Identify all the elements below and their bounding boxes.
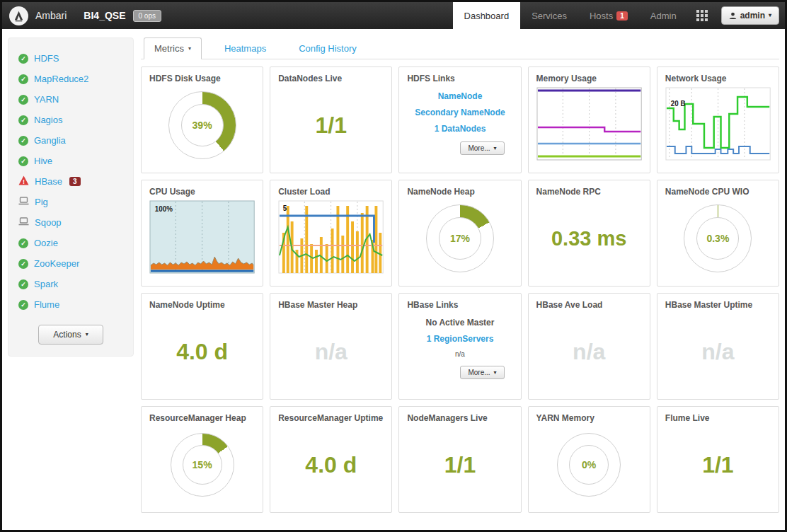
chevron-down-icon: ▾ bbox=[769, 13, 771, 18]
widget-grid: HDFS Disk Usage 39% DataNodes Live 1/1 H… bbox=[141, 66, 779, 513]
sidebar-item-label: Nagios bbox=[34, 115, 62, 125]
memory-usage-chart[interactable] bbox=[536, 87, 642, 161]
widget-hbase-master-heap: HBase Master Heap n/a bbox=[270, 293, 392, 400]
hdfs-more-button[interactable]: More... ▾ bbox=[460, 141, 504, 155]
nav-tab-hosts[interactable]: Hosts 1 bbox=[578, 2, 639, 29]
regionservers-link[interactable]: 1 RegionServers bbox=[427, 334, 494, 344]
widget-cpu-usage: CPU Usage 100% bbox=[141, 180, 263, 287]
sidebar-item-sqoop[interactable]: Sqoop bbox=[8, 212, 133, 233]
widget-title: NodeManagers Live bbox=[407, 413, 512, 424]
widget-yarn-memory: YARN Memory 0% bbox=[528, 406, 650, 513]
widget-title: CPU Usage bbox=[149, 187, 255, 197]
status-ok-icon: ✓ bbox=[18, 136, 28, 146]
brand-name: Ambari bbox=[35, 10, 67, 21]
widget-title: ResourceManager Uptime bbox=[278, 413, 384, 424]
secondary-namenode-link[interactable]: Secondary NameNode bbox=[415, 108, 505, 117]
nav-tab-admin[interactable]: Admin bbox=[639, 2, 688, 29]
status-ok-icon: ✓ bbox=[18, 54, 28, 64]
widget-title: NameNode RPC bbox=[536, 187, 642, 197]
widget-hdfs-links: HDFS Links NameNode Secondary NameNode 1… bbox=[398, 66, 521, 173]
app-window: Ambari BI4_QSE 0 ops Dashboard Services … bbox=[0, 0, 787, 532]
cluster-name: BI4_QSE bbox=[84, 10, 125, 21]
network-usage-axis-label: 20 B bbox=[671, 100, 686, 108]
nodemanagers-live-value: 1/1 bbox=[444, 452, 476, 478]
user-menu-label: admin bbox=[740, 11, 765, 21]
sidebar-item-hdfs[interactable]: ✓ HDFS bbox=[8, 48, 133, 69]
widget-datanodes-live: DataNodes Live 1/1 bbox=[270, 66, 392, 173]
status-ok-icon: ✓ bbox=[18, 95, 28, 105]
widget-namenode-rpc: NameNode RPC 0.33 ms bbox=[528, 180, 650, 287]
chevron-down-icon: ▾ bbox=[188, 46, 191, 52]
widget-title: Memory Usage bbox=[536, 74, 642, 84]
sidebar-item-pig[interactable]: Pig bbox=[8, 192, 133, 212]
svg-text:!: ! bbox=[23, 178, 25, 185]
widget-flume-live: Flume Live 1/1 bbox=[657, 406, 779, 513]
widget-namenode-cpu-wio: NameNode CPU WIO 0.3% bbox=[657, 180, 779, 287]
hbase-links-na-text: n/a bbox=[455, 350, 465, 358]
sidebar-item-oozie[interactable]: ✓ Oozie bbox=[8, 233, 133, 253]
widget-title: HBase Links bbox=[407, 300, 512, 311]
flume-live-value: 1/1 bbox=[702, 452, 733, 478]
nav-tab-hosts-label: Hosts bbox=[590, 11, 613, 21]
sidebar-item-ganglia[interactable]: ✓ Ganglia bbox=[8, 130, 133, 151]
namenode-uptime-value: 4.0 d bbox=[176, 339, 228, 365]
user-menu-button[interactable]: admin ▾ bbox=[721, 6, 779, 25]
actions-button-label: Actions bbox=[53, 330, 81, 340]
sidebar-item-spark[interactable]: ✓ Spark bbox=[8, 274, 133, 294]
background-operations-badge[interactable]: 0 ops bbox=[133, 10, 161, 22]
hbase-more-button[interactable]: More... ▾ bbox=[460, 366, 504, 379]
cluster-load-axis-label: 5 bbox=[283, 204, 287, 212]
sidebar-item-zookeeper[interactable]: ✓ ZooKeeper bbox=[8, 253, 133, 274]
sidebar-item-yarn[interactable]: ✓ YARN bbox=[8, 89, 133, 110]
widget-title: HDFS Links bbox=[407, 74, 512, 84]
tab-metrics[interactable]: Metrics ▾ bbox=[144, 37, 202, 59]
client-laptop-icon bbox=[18, 217, 29, 228]
nav-tab-services[interactable]: Services bbox=[520, 2, 578, 29]
tab-heatmaps[interactable]: Heatmaps bbox=[214, 38, 276, 59]
services-sidebar: ✓ HDFS ✓ MapReduce2 ✓ YARN ✓ Nagios ✓ Ga… bbox=[8, 37, 134, 357]
resourcemanager-uptime-value: 4.0 d bbox=[305, 452, 357, 478]
sidebar-item-label: HDFS bbox=[34, 53, 59, 64]
widget-hbase-ave-load: HBase Ave Load n/a bbox=[528, 293, 650, 400]
sidebar-item-flume[interactable]: ✓ Flume bbox=[8, 294, 133, 315]
widget-memory-usage: Memory Usage bbox=[528, 66, 650, 173]
hbase-master-heap-value: n/a bbox=[315, 339, 347, 365]
views-grid-icon[interactable] bbox=[688, 2, 717, 29]
sidebar-item-nagios[interactable]: ✓ Nagios bbox=[8, 110, 133, 130]
sidebar-item-label: Ganglia bbox=[34, 135, 66, 146]
no-active-master-text: No Active Master bbox=[426, 318, 495, 328]
tab-config-history[interactable]: Config History bbox=[289, 38, 367, 59]
widget-resourcemanager-heap: ResourceManager Heap 15% bbox=[141, 406, 263, 513]
status-ok-icon: ✓ bbox=[18, 74, 28, 84]
widget-network-usage: Network Usage 20 B bbox=[657, 66, 779, 173]
status-ok-icon: ✓ bbox=[18, 238, 28, 248]
namenode-link[interactable]: NameNode bbox=[438, 91, 483, 101]
sidebar-item-label: Pig bbox=[35, 197, 48, 207]
more-button-label: More... bbox=[468, 369, 490, 376]
widget-title: DataNodes Live bbox=[278, 74, 384, 84]
widget-title: YARN Memory bbox=[536, 413, 642, 424]
hbase-ave-load-value: n/a bbox=[573, 339, 605, 365]
ambari-logo-icon bbox=[9, 6, 28, 25]
cpu-usage-chart[interactable]: 100% bbox=[149, 200, 255, 274]
datanodes-live-value: 1/1 bbox=[316, 112, 347, 139]
widget-hbase-master-uptime: HBase Master Uptime n/a bbox=[657, 293, 779, 400]
sidebar-item-mapreduce2[interactable]: ✓ MapReduce2 bbox=[8, 69, 133, 89]
sidebar-item-hive[interactable]: ✓ Hive bbox=[8, 151, 133, 171]
actions-button[interactable]: Actions ▾ bbox=[38, 325, 103, 345]
sidebar-item-label: Oozie bbox=[34, 238, 58, 248]
top-navbar: Ambari BI4_QSE 0 ops Dashboard Services … bbox=[2, 2, 785, 29]
sidebar-item-label: ZooKeeper bbox=[34, 258, 79, 269]
resourcemanager-heap-donut: 15% bbox=[171, 433, 234, 497]
tab-metrics-label: Metrics bbox=[154, 43, 184, 54]
widget-title: HBase Master Heap bbox=[278, 300, 384, 311]
sidebar-item-hbase[interactable]: ! HBase 3 bbox=[8, 171, 133, 192]
cluster-load-chart[interactable]: 5 bbox=[278, 200, 384, 274]
datanodes-link[interactable]: 1 DataNodes bbox=[435, 124, 486, 134]
widget-nodemanagers-live: NodeManagers Live 1/1 bbox=[398, 406, 521, 513]
nav-tab-dashboard[interactable]: Dashboard bbox=[453, 2, 521, 29]
chevron-down-icon: ▾ bbox=[86, 332, 88, 337]
hosts-alert-badge: 1 bbox=[616, 11, 628, 21]
network-usage-chart[interactable]: 20 B bbox=[665, 87, 771, 161]
cpu-usage-axis-label: 100% bbox=[155, 205, 173, 213]
